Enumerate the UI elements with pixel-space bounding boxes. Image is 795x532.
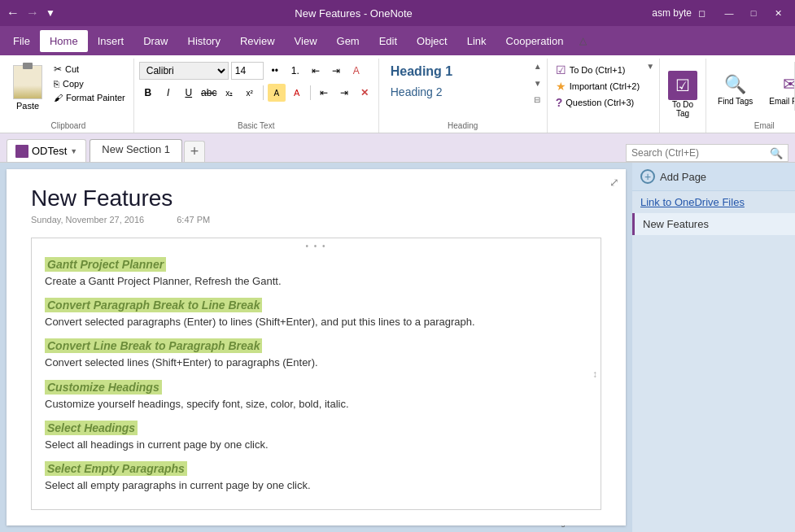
find-email-group: 🔍 Find Tags ✉ Email Page Email bbox=[706, 59, 795, 133]
font-dropdown[interactable]: Calibri bbox=[139, 62, 229, 80]
menu-history[interactable]: History bbox=[178, 30, 230, 52]
feature-heading-1: Convert Paragraph Break to Line Break bbox=[45, 299, 588, 312]
feature-desc-5: Select all empty paragraphs in current p… bbox=[45, 478, 588, 493]
styles-scroll-down[interactable]: ▼ bbox=[534, 79, 542, 88]
menu-file[interactable]: File bbox=[3, 30, 40, 52]
menu-home[interactable]: Home bbox=[40, 30, 88, 52]
bold-button[interactable]: B bbox=[139, 84, 157, 102]
app-title: New Features - OneNote bbox=[55, 7, 652, 20]
right-sidebar: + Add Page Link to OneDrive Files New Fe… bbox=[632, 163, 795, 532]
title-bar: ← → ▼ New Features - OneNote asm byte ◻ … bbox=[0, 0, 795, 26]
todo-group: ☑ To DoTag bbox=[660, 59, 706, 133]
menu-review[interactable]: Review bbox=[230, 30, 285, 52]
increase-indent-btn[interactable]: ⇥ bbox=[327, 62, 345, 80]
todo-tag-item[interactable]: ☑ To Do (Ctrl+1) bbox=[553, 62, 629, 78]
decrease-indent-btn[interactable]: ⇤ bbox=[307, 62, 325, 80]
close-btn[interactable]: ✕ bbox=[767, 5, 788, 21]
font-color-btn[interactable]: A bbox=[288, 84, 306, 102]
find-tags-label: Find Tags bbox=[718, 97, 753, 106]
todo-tag-button[interactable]: ☑ To DoTag bbox=[665, 68, 701, 121]
search-box: 🔍 bbox=[626, 144, 788, 162]
clear-btn[interactable]: ✕ bbox=[356, 84, 373, 102]
menu-gem[interactable]: Gem bbox=[327, 30, 369, 52]
sidebar-link-onedrive[interactable]: Link to OneDrive Files bbox=[632, 191, 795, 213]
search-icon[interactable]: 🔍 bbox=[770, 147, 783, 159]
format-painter-label: Format Painter bbox=[66, 93, 125, 102]
important-tag-item[interactable]: ★ Important (Ctrl+2) bbox=[553, 78, 644, 94]
important-label: Important (Ctrl+2) bbox=[570, 81, 640, 91]
content-box-resize[interactable]: ↕ bbox=[592, 368, 597, 380]
copy-button[interactable]: ⎘ Copy bbox=[50, 77, 129, 90]
superscript-btn[interactable]: x² bbox=[241, 84, 259, 102]
question-label: Question (Ctrl+3) bbox=[566, 98, 634, 107]
clipboard-small-btns: ✂ Cut ⎘ Copy 🖌 Format Painter bbox=[50, 62, 129, 104]
email-page-label: Email Page bbox=[769, 97, 795, 106]
find-tags-button[interactable]: 🔍 Find Tags bbox=[711, 71, 759, 109]
content-box-handle: • • • bbox=[305, 242, 326, 251]
menu-edit[interactable]: Edit bbox=[369, 30, 407, 52]
tab-bar: ODTest ▼ New Section 1 + 🔍 bbox=[0, 133, 795, 163]
heading2-style[interactable]: Heading 2 bbox=[384, 83, 531, 101]
menu-draw[interactable]: Draw bbox=[133, 30, 177, 52]
todo-btn-label: To DoTag bbox=[672, 100, 693, 118]
content-box: • • • ↕ Gantt Project Planner Create a G… bbox=[31, 238, 601, 510]
menu-object[interactable]: Object bbox=[407, 30, 457, 52]
subscript-btn[interactable]: x₂ bbox=[221, 84, 238, 102]
align-right-btn[interactable]: ⇥ bbox=[335, 84, 353, 102]
email-page-button[interactable]: ✉ Email Page bbox=[762, 71, 795, 109]
format-painter-button[interactable]: 🖌 Format Painter bbox=[50, 91, 129, 104]
feature-desc-0: Create a Gantt Project Planner, Refresh … bbox=[45, 274, 588, 289]
align-left-btn[interactable]: ⇤ bbox=[315, 84, 333, 102]
quick-access-icon[interactable]: ▼ bbox=[46, 7, 55, 19]
tags-dropdown: ▼ bbox=[646, 62, 654, 71]
todo-tag-icon: ☑ bbox=[668, 71, 697, 100]
minimize-btn[interactable]: — bbox=[719, 5, 740, 21]
menu-cooperation[interactable]: Cooperation bbox=[496, 30, 574, 52]
heading1-style[interactable]: Heading 1 bbox=[384, 62, 531, 81]
menu-insert[interactable]: Insert bbox=[88, 30, 134, 52]
paste-button[interactable]: Paste bbox=[8, 62, 47, 114]
bullet-list-btn[interactable]: •• bbox=[266, 62, 284, 80]
feature-desc-2: Convert selected lines (Shift+Enter) to … bbox=[45, 355, 588, 370]
title-bar-right: asm byte ◻ — □ ✕ bbox=[652, 5, 788, 21]
expand-button[interactable]: ⤢ bbox=[609, 176, 619, 189]
back-icon[interactable]: ← bbox=[7, 6, 20, 20]
todo-label: To Do (Ctrl+1) bbox=[570, 65, 626, 75]
add-section-button[interactable]: + bbox=[184, 141, 205, 162]
paste-label: Paste bbox=[16, 101, 39, 111]
page-content: ⤢ New Features Sunday, November 27, 2016… bbox=[7, 169, 626, 525]
copy-label: Copy bbox=[63, 79, 84, 89]
cut-label: Cut bbox=[65, 64, 79, 74]
font-row: Calibri •• 1. ⇤ ⇥ A bbox=[139, 62, 365, 80]
add-page-button[interactable]: + Add Page bbox=[632, 163, 795, 191]
divider1 bbox=[263, 85, 264, 100]
format-painter-icon: 🖌 bbox=[54, 93, 63, 102]
menu-link[interactable]: Link bbox=[457, 30, 496, 52]
menu-view[interactable]: View bbox=[285, 30, 327, 52]
tags-more-btn[interactable]: ▼ bbox=[646, 62, 654, 71]
cut-button[interactable]: ✂ Cut bbox=[50, 62, 129, 76]
italic-button[interactable]: I bbox=[159, 84, 177, 102]
question-tag-item[interactable]: ? Question (Ctrl+3) bbox=[553, 94, 638, 111]
font-size-input[interactable] bbox=[231, 62, 264, 80]
styles-scroll-up[interactable]: ▲ bbox=[534, 62, 542, 71]
tags-group: ☑ To Do (Ctrl+1) ★ Important (Ctrl+2) ? … bbox=[548, 59, 660, 133]
search-input[interactable] bbox=[631, 147, 767, 159]
feature-heading-2: Convert Line Break to Paragraph Break bbox=[45, 339, 588, 352]
underline-button[interactable]: U bbox=[180, 84, 198, 102]
section-tab-new-section-1[interactable]: New Section 1 bbox=[90, 139, 182, 162]
clear-format-btn[interactable]: A bbox=[347, 62, 365, 80]
maximize-btn[interactable]: □ bbox=[743, 5, 764, 21]
highlight-btn[interactable]: A bbox=[268, 84, 286, 102]
sidebar-page-item-new-features[interactable]: New Features bbox=[632, 213, 795, 235]
notebook-button[interactable]: ODTest ▼ bbox=[7, 139, 86, 162]
ribbon-collapse-btn[interactable]: △ bbox=[576, 33, 590, 48]
styles-label: Heading bbox=[448, 121, 478, 133]
strikethrough-btn[interactable]: abc bbox=[200, 84, 218, 102]
feature-heading-3: Customize Headings bbox=[45, 381, 588, 394]
restore-icon[interactable]: ◻ bbox=[698, 8, 705, 19]
forward-icon[interactable]: → bbox=[26, 6, 39, 20]
numbered-list-btn[interactable]: 1. bbox=[286, 62, 304, 80]
title-bar-left: ← → ▼ bbox=[7, 6, 55, 20]
styles-dropdown[interactable]: ⊟ bbox=[534, 95, 542, 104]
